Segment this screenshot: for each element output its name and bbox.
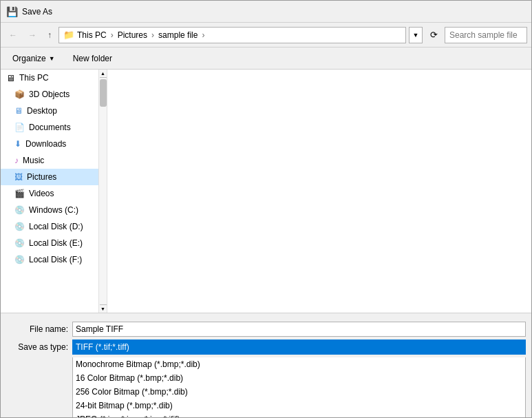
scroll-down-button[interactable]: ▼ (100, 304, 107, 313)
back-button[interactable]: ← (5, 28, 21, 43)
file-name-input[interactable] (72, 322, 526, 337)
save-as-type-label: Save as type: (6, 342, 68, 352)
bottom-form: File name: Save as type: TIFF (*.tif;*.t… (1, 313, 531, 395)
address-path[interactable]: 📁 This PC › Pictures › sample file › (58, 27, 406, 43)
sidebar-item-desktop[interactable]: 🖥 Desktop (1, 103, 98, 119)
sidebar-label-3d-objects: 3D Objects (29, 90, 70, 99)
up-button[interactable]: ↑ (43, 28, 56, 43)
type-option-24bit[interactable]: 24-bit Bitmap (*.bmp;*.dib) (73, 399, 525, 412)
sidebar-item-downloads[interactable]: ⬇ Downloads (1, 136, 98, 152)
sidebar-label-desktop: Desktop (27, 106, 57, 116)
sidebar-item-documents[interactable]: 📄 Documents (1, 119, 98, 136)
scroll-thumb[interactable] (100, 79, 107, 107)
forward-icon: → (28, 30, 36, 40)
save-as-dialog: 💾 Save As ← → ↑ 📁 This PC › Pictures › s… (0, 0, 532, 418)
toolbar: ← → ↑ 📁 This PC › Pictures › sample file… (1, 23, 531, 48)
3d-objects-icon: 📦 (14, 90, 25, 99)
sidebar-item-pictures[interactable]: 🖼 Pictures (1, 169, 98, 185)
desktop-icon: 🖥 (14, 106, 23, 116)
title-bar: 💾 Save As (1, 1, 531, 23)
sidebar-label-local-e: Local Disk (E:) (29, 238, 83, 248)
file-name-label: File name: (6, 324, 68, 334)
command-bar: Organize ▼ New folder (1, 48, 531, 70)
save-as-type-container: TIFF (*.tif;*.tiff) (72, 339, 526, 355)
chevron-down-icon: ▼ (413, 32, 419, 39)
breadcrumb-this-pc[interactable]: This PC (77, 30, 107, 40)
documents-icon: 📄 (14, 123, 25, 132)
breadcrumb-sample-file[interactable]: sample file (158, 30, 198, 40)
pictures-icon: 🖼 (14, 172, 23, 182)
computer-icon: 🖥 (6, 73, 15, 83)
music-icon: ♪ (14, 156, 19, 165)
videos-icon: 🎬 (14, 189, 25, 198)
address-dropdown-button[interactable]: ▼ (409, 27, 423, 43)
windows-c-icon: 💿 (14, 205, 25, 215)
organize-arrow-icon: ▼ (49, 55, 55, 62)
type-option-monochrome[interactable]: Monochrome Bitmap (*.bmp;*.dib) (73, 357, 525, 371)
sidebar-item-local-e[interactable]: 💿 Local Disk (E:) (1, 235, 98, 251)
sidebar-label-music: Music (23, 156, 44, 165)
downloads-icon: ⬇ (14, 139, 21, 149)
sidebar-scrollbar: ▲ ▼ (98, 70, 107, 313)
sidebar-label-downloads: Downloads (25, 139, 66, 149)
new-folder-button[interactable]: New folder (67, 51, 118, 66)
type-option-16color[interactable]: 16 Color Bitmap (*.bmp;*.dib) (73, 371, 525, 385)
local-e-icon: 💿 (14, 238, 25, 248)
save-as-type-select[interactable]: TIFF (*.tif;*.tiff) (72, 339, 526, 355)
title-bar-icon: 💾 (6, 6, 18, 17)
local-f-icon: 💿 (14, 255, 25, 264)
refresh-button[interactable]: ⟳ (425, 27, 442, 43)
sidebar-item-local-d[interactable]: 💿 Local Disk (D:) (1, 218, 98, 235)
sidebar-item-videos[interactable]: 🎬 Videos (1, 185, 98, 202)
sidebar-list: 🖥 This PC 📦 3D Objects 🖥 Desktop 📄 Docum… (1, 70, 98, 313)
new-folder-label: New folder (73, 54, 112, 63)
local-d-icon: 💿 (14, 222, 25, 231)
refresh-icon: ⟳ (430, 30, 438, 40)
sidebar-item-local-f[interactable]: 💿 Local Disk (F:) (1, 251, 98, 268)
sidebar-container: 🖥 This PC 📦 3D Objects 🖥 Desktop 📄 Docum… (1, 70, 107, 313)
sidebar-item-3d-objects[interactable]: 📦 3D Objects (1, 86, 98, 103)
file-area (107, 70, 531, 313)
type-option-jpeg[interactable]: JPEG (*.jpg;*.jpeg;*.jpe;*.jfif) (73, 412, 525, 418)
organize-button[interactable]: Organize ▼ (6, 51, 61, 66)
sidebar-label-videos: Videos (29, 189, 54, 198)
sidebar-item-windows-c[interactable]: 💿 Windows (C:) (1, 202, 98, 218)
scroll-up-button[interactable]: ▲ (100, 70, 107, 78)
sidebar-label-pictures: Pictures (27, 172, 56, 182)
file-name-row: File name: (6, 322, 526, 337)
breadcrumb-pictures[interactable]: Pictures (118, 30, 147, 40)
sidebar-label-this-pc: This PC (19, 73, 49, 83)
back-icon: ← (9, 30, 17, 40)
sidebar-label-local-f: Local Disk (F:) (29, 255, 82, 264)
title-bar-text: Save As (22, 7, 52, 17)
organize-label: Organize (12, 54, 46, 63)
save-as-type-row: Save as type: TIFF (*.tif;*.tiff) (6, 339, 526, 355)
sidebar-item-this-pc[interactable]: 🖥 This PC (1, 70, 98, 86)
up-icon: ↑ (47, 30, 52, 40)
main-content: 🖥 This PC 📦 3D Objects 🖥 Desktop 📄 Docum… (1, 70, 531, 313)
scroll-track (99, 78, 107, 304)
folder-icon: 📁 (63, 30, 74, 40)
selected-type-text: TIFF (*.tif;*.tiff) (76, 342, 129, 352)
search-input[interactable] (445, 27, 527, 43)
forward-button[interactable]: → (24, 28, 41, 43)
sidebar-item-music[interactable]: ♪ Music (1, 152, 98, 169)
sidebar-label-documents: Documents (29, 123, 71, 132)
type-dropdown-list: Monochrome Bitmap (*.bmp;*.dib) 16 Color… (72, 357, 526, 418)
sidebar-label-local-d: Local Disk (D:) (29, 222, 83, 231)
type-option-256color[interactable]: 256 Color Bitmap (*.bmp;*.dib) (73, 385, 525, 399)
sidebar-label-windows-c: Windows (C:) (29, 205, 78, 215)
